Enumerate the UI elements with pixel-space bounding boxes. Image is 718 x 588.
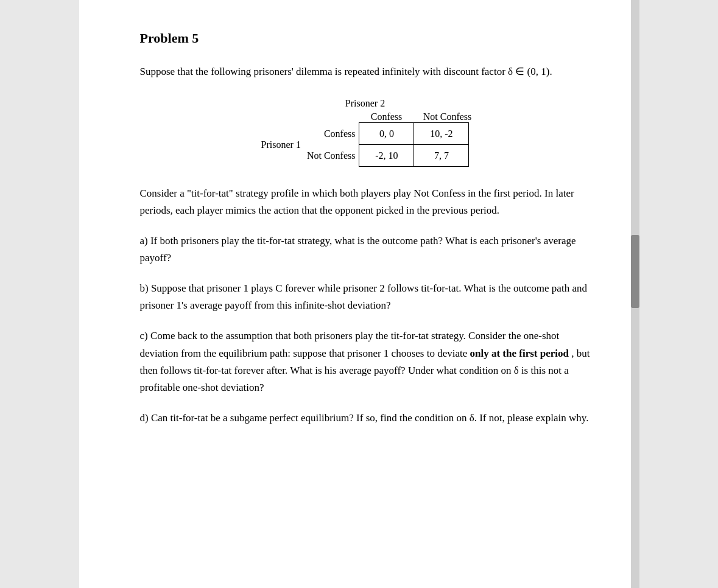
question-c-bold: only at the first period — [470, 348, 569, 359]
prisoner1-label-wrapper: Prisoner 1 — [261, 139, 301, 150]
cell-00: 0, 0 — [359, 123, 414, 145]
cell-10: -2, 10 — [359, 145, 414, 167]
col-header-confess: Confess — [359, 111, 414, 122]
cell-01: 10, -2 — [414, 123, 469, 145]
tit-for-tat-description: Consider a "tit-for-tat" strategy profil… — [140, 185, 591, 219]
payoff-table: 0, 0 10, -2 -2, 10 7, 7 — [359, 122, 469, 167]
cell-11: 7, 7 — [414, 145, 469, 167]
page-title: Problem 5 — [140, 30, 591, 46]
row-label-notconfess: Not Confess — [307, 145, 356, 167]
scrollbar-thumb[interactable] — [631, 235, 639, 308]
question-a: a) If both prisoners play the tit-for-ta… — [140, 233, 591, 267]
col-header-notconfess: Not Confess — [414, 111, 481, 122]
table-row: 0, 0 10, -2 — [359, 123, 469, 145]
question-b: b) Suppose that prisoner 1 plays C forev… — [140, 280, 591, 314]
scrollbar[interactable] — [631, 0, 639, 588]
question-d: d) Can tit-for-tat be a subgame perfect … — [140, 410, 591, 427]
matrix-outer: Prisoner 2 Confess Not Confess Prisoner … — [250, 98, 481, 167]
question-c: c) Come back to the assumption that both… — [140, 327, 591, 396]
page: Problem 5 Suppose that the following pri… — [79, 0, 639, 588]
matrix-with-row-labels: Prisoner 1 Confess Not Confess 0, 0 10, … — [261, 122, 470, 167]
intro-text: Suppose that the following prisoners' di… — [140, 63, 591, 80]
game-matrix-container: Prisoner 2 Confess Not Confess Prisoner … — [140, 98, 591, 167]
prisoner2-label: Prisoner 2 — [345, 98, 385, 109]
table-row: -2, 10 7, 7 — [359, 145, 469, 167]
row-label-confess: Confess — [324, 123, 356, 145]
row-labels: Confess Not Confess — [307, 123, 356, 167]
prisoner1-label: Prisoner 1 — [261, 139, 301, 150]
